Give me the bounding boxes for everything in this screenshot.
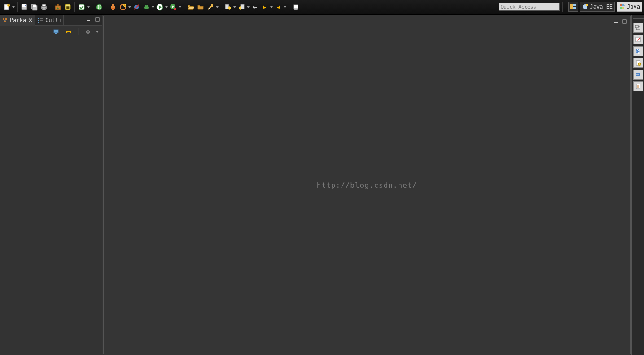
watermark-text: http://blog.csdn.net/ bbox=[317, 181, 417, 189]
svg-text:@: @ bbox=[636, 49, 640, 54]
pin-editor-icon[interactable] bbox=[292, 3, 300, 11]
svg-rect-19 bbox=[111, 6, 115, 8]
svg-rect-61 bbox=[54, 30, 58, 33]
open-folder-icon[interactable] bbox=[197, 3, 205, 11]
new-java-class-icon[interactable]: C bbox=[95, 3, 103, 11]
tab-outline[interactable]: Outli bbox=[35, 15, 64, 26]
workspace: Packa Outli bbox=[0, 15, 644, 355]
run-dropdown[interactable] bbox=[165, 3, 168, 11]
svg-rect-37 bbox=[294, 5, 298, 9]
forward-dropdown[interactable] bbox=[283, 3, 287, 11]
svg-point-73 bbox=[638, 63, 641, 66]
maximize-view-icon[interactable] bbox=[94, 16, 101, 23]
next-annotation-dropdown[interactable] bbox=[233, 3, 237, 11]
svg-point-42 bbox=[586, 4, 588, 6]
build-all-icon[interactable] bbox=[54, 3, 62, 11]
new-task-dropdown[interactable] bbox=[87, 3, 90, 11]
editor-main[interactable]: http://blog.csdn.net/ bbox=[103, 16, 631, 354]
view-tab-row: Packa Outli bbox=[0, 15, 102, 26]
svg-rect-74 bbox=[636, 73, 640, 76]
new-task-icon[interactable] bbox=[78, 3, 86, 11]
svg-rect-65 bbox=[614, 22, 618, 23]
svg-rect-66 bbox=[623, 20, 626, 23]
last-edit-icon[interactable] bbox=[251, 3, 259, 11]
search-dropdown[interactable] bbox=[215, 3, 219, 11]
svg-rect-33 bbox=[174, 8, 176, 10]
left-panel: Packa Outli bbox=[0, 15, 102, 355]
run-config-dropdown[interactable] bbox=[128, 3, 131, 11]
svg-rect-40 bbox=[573, 7, 576, 9]
skip-breakpoints-icon[interactable] bbox=[132, 3, 140, 11]
restore-view-icon[interactable] bbox=[633, 23, 643, 33]
forward-icon[interactable] bbox=[274, 3, 282, 11]
debug-run-icon[interactable] bbox=[142, 3, 150, 11]
quick-access-input[interactable] bbox=[499, 3, 560, 11]
maximize-editor-icon[interactable] bbox=[621, 18, 628, 25]
save-icon[interactable] bbox=[20, 3, 28, 11]
svg-rect-7 bbox=[33, 5, 36, 7]
svg-rect-10 bbox=[42, 8, 46, 10]
next-annotation-icon[interactable] bbox=[224, 3, 232, 11]
new-wizard-dropdown[interactable] bbox=[12, 3, 15, 11]
minimize-editor-icon[interactable] bbox=[612, 18, 619, 25]
svg-line-51 bbox=[4, 20, 5, 21]
main-toolbar: ≡ C bbox=[0, 0, 644, 15]
declaration-view-icon[interactable] bbox=[633, 58, 643, 68]
external-tools-dropdown[interactable] bbox=[178, 3, 182, 11]
trim-handle[interactable] bbox=[633, 18, 644, 19]
print-icon[interactable] bbox=[40, 3, 48, 11]
package-explorer-toolbar bbox=[0, 26, 102, 38]
toolbar-right: Java EE J Java bbox=[499, 2, 642, 12]
svg-rect-45 bbox=[620, 7, 622, 9]
perspective-java-ee-label: Java EE bbox=[590, 4, 613, 10]
tab-outline-label: Outli bbox=[45, 17, 61, 23]
run-config-icon[interactable] bbox=[119, 3, 127, 11]
javadoc-view-icon[interactable]: @ bbox=[633, 46, 643, 56]
back-dropdown[interactable] bbox=[270, 3, 273, 11]
save-all-icon[interactable] bbox=[30, 3, 38, 11]
tab-package-explorer[interactable]: Packa bbox=[0, 15, 35, 26]
perspective-java[interactable]: J Java bbox=[617, 2, 642, 12]
editor-area: http://blog.csdn.net/ @ bbox=[102, 15, 644, 355]
prev-annotation-icon[interactable] bbox=[237, 3, 245, 11]
console-view-icon[interactable] bbox=[633, 70, 643, 80]
svg-line-52 bbox=[5, 20, 6, 21]
back-icon[interactable] bbox=[261, 3, 269, 11]
new-wizard-icon[interactable] bbox=[3, 3, 11, 11]
open-type-icon[interactable]: ≡ bbox=[64, 3, 72, 11]
debug-run-dropdown[interactable] bbox=[151, 3, 155, 11]
svg-point-64 bbox=[87, 31, 89, 33]
external-tools-icon[interactable] bbox=[169, 3, 177, 11]
svg-rect-49 bbox=[5, 18, 7, 20]
search-icon[interactable] bbox=[206, 3, 215, 11]
view-menu-dropdown[interactable] bbox=[96, 28, 99, 36]
package-explorer-body[interactable] bbox=[0, 38, 102, 355]
svg-text:≡: ≡ bbox=[66, 4, 69, 10]
svg-rect-48 bbox=[3, 18, 4, 20]
close-icon[interactable] bbox=[28, 18, 33, 23]
debug-icon[interactable] bbox=[109, 3, 117, 11]
tasks-view-icon[interactable] bbox=[633, 35, 643, 44]
svg-rect-4 bbox=[25, 5, 26, 6]
svg-rect-15 bbox=[79, 4, 84, 10]
svg-rect-12 bbox=[57, 4, 59, 6]
perspective-java-ee[interactable]: Java EE bbox=[580, 2, 615, 12]
svg-text:C: C bbox=[97, 4, 101, 10]
problems-view-icon[interactable] bbox=[633, 81, 643, 91]
open-perspective-button[interactable] bbox=[568, 2, 578, 12]
svg-rect-39 bbox=[573, 4, 576, 6]
open-project-icon[interactable] bbox=[187, 3, 195, 11]
svg-text:J: J bbox=[624, 4, 625, 8]
link-editor-icon[interactable] bbox=[65, 28, 73, 36]
run-icon[interactable] bbox=[156, 3, 164, 11]
svg-rect-53 bbox=[38, 18, 39, 19]
svg-rect-34 bbox=[211, 4, 213, 7]
svg-rect-18 bbox=[112, 4, 114, 6]
focus-task-icon[interactable] bbox=[84, 28, 92, 36]
svg-point-27 bbox=[145, 5, 146, 7]
svg-rect-20 bbox=[111, 8, 115, 9]
svg-rect-59 bbox=[87, 20, 90, 21]
collapse-all-icon[interactable] bbox=[52, 28, 60, 36]
minimize-view-icon[interactable] bbox=[85, 16, 92, 23]
prev-annotation-dropdown[interactable] bbox=[246, 3, 250, 11]
